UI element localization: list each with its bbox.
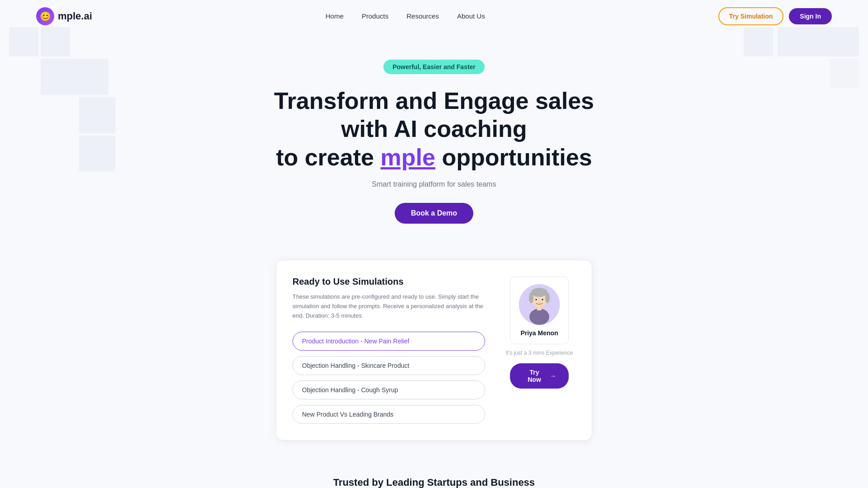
nav-links: Home Products Resources About Us [326, 12, 485, 20]
hero-title-part1: Transform and Engage sales with AI coach… [274, 88, 594, 142]
hero-title-part3: opportunities [435, 144, 592, 170]
logo-icon: 😊 [36, 7, 54, 25]
avatar-name: Priya Menon [520, 329, 558, 337]
nav-link-about[interactable]: About Us [457, 12, 485, 20]
try-simulation-button[interactable]: Try Simulation [718, 7, 783, 25]
hero-title-highlight: mple [381, 144, 435, 170]
svg-point-9 [535, 299, 537, 300]
simulation-left-panel: Ready to Use Simulations These simulatio… [292, 277, 485, 423]
try-now-button[interactable]: Try Now → [510, 363, 569, 389]
hero-section: Powerful, Easier and Faster Transform an… [0, 33, 868, 242]
svg-rect-6 [537, 306, 542, 310]
navbar: 😊 mple.ai Home Products Resources About … [0, 0, 868, 33]
sim-option-2[interactable]: Objection Handling - Skincare Product [292, 356, 485, 375]
svg-point-2 [531, 288, 547, 297]
book-demo-button[interactable]: Book a Demo [395, 203, 473, 224]
avatar-image [519, 284, 560, 325]
hero-subtitle: Smart training platform for sales teams [9, 180, 859, 188]
hero-badge: Powerful, Easier and Faster [383, 60, 485, 74]
nav-link-products[interactable]: Products [362, 12, 388, 20]
simulation-right-panel: Priya Menon It's just a 3 mins Experienc… [503, 277, 576, 423]
nav-link-resources[interactable]: Resources [406, 12, 439, 20]
sign-in-button[interactable]: Sign In [789, 8, 832, 24]
hero-title-part2: to create [276, 144, 380, 170]
svg-point-5 [529, 309, 549, 325]
hero-title: Transform and Engage sales with AI coach… [253, 87, 615, 171]
trusted-section: Trusted by Leading Startups and Business [0, 468, 868, 488]
sim-option-4[interactable]: New Product Vs Leading Brands [292, 405, 485, 424]
sim-duration-text: It's just a 3 mins Experience [505, 350, 573, 356]
try-now-label: Try Now [523, 369, 546, 383]
trusted-title: Trusted by Leading Startups and Business [9, 477, 859, 488]
simulation-options: Product Introduction - New Pain Relief O… [292, 332, 485, 424]
svg-point-4 [545, 292, 550, 303]
avatar-card: Priya Menon [510, 277, 569, 344]
svg-point-3 [529, 292, 533, 303]
simulation-card-title: Ready to Use Simulations [292, 277, 485, 287]
sim-option-1[interactable]: Product Introduction - New Pain Relief [292, 332, 485, 351]
logo[interactable]: 😊 mple.ai [36, 7, 92, 25]
simulation-card: Ready to Use Simulations These simulatio… [276, 260, 592, 440]
logo-text: mple.ai [58, 10, 92, 22]
try-now-arrow-icon: → [550, 372, 556, 380]
simulation-card-description: These simulations are pre-configured and… [292, 292, 485, 320]
sim-option-3[interactable]: Objection Handling - Cough Syrup [292, 380, 485, 399]
svg-point-10 [542, 299, 543, 300]
nav-link-home[interactable]: Home [326, 12, 344, 20]
nav-actions: Try Simulation Sign In [718, 7, 832, 25]
